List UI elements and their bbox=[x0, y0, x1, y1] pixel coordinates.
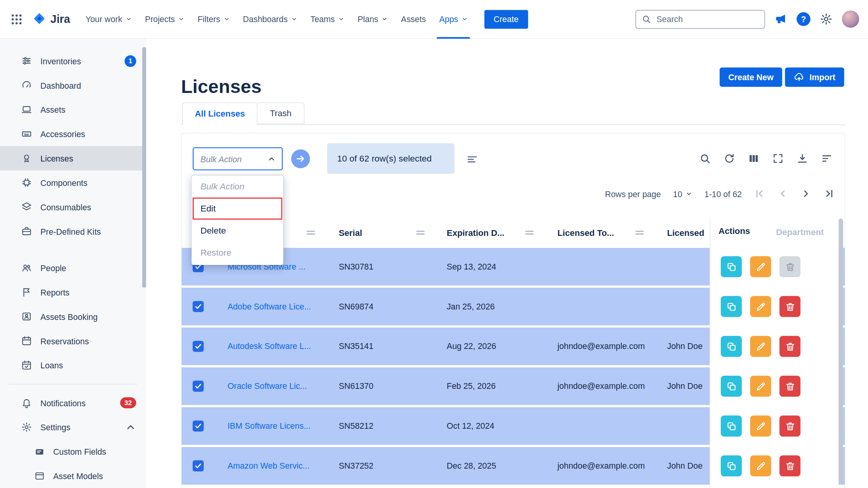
row-checkbox[interactable] bbox=[193, 461, 204, 472]
nav-apps[interactable]: Apps bbox=[432, 0, 474, 38]
copy-button[interactable] bbox=[721, 376, 742, 397]
sidebar: Inventories 1 Dashboard Assets Accessori… bbox=[0, 39, 146, 488]
user-avatar[interactable] bbox=[842, 10, 859, 27]
create-new-button[interactable]: Create New bbox=[720, 67, 782, 87]
edit-button[interactable] bbox=[750, 376, 771, 397]
table-scrollbar-thumb[interactable] bbox=[839, 218, 843, 484]
global-search bbox=[636, 10, 765, 29]
sidebar-item-licenses[interactable]: Licenses bbox=[0, 146, 146, 170]
sidebar-item-reports[interactable]: Reports bbox=[0, 280, 146, 304]
menu-item-edit[interactable]: Edit bbox=[193, 198, 282, 220]
copy-button[interactable] bbox=[721, 455, 742, 476]
edit-button[interactable] bbox=[750, 256, 771, 277]
nav-dashboards[interactable]: Dashboards bbox=[236, 0, 304, 38]
delete-button[interactable] bbox=[779, 416, 800, 436]
page-size-select[interactable]: 10 bbox=[673, 189, 692, 198]
sidebar-item-reservations[interactable]: Reservations bbox=[0, 329, 146, 353]
count-badge: 1 bbox=[124, 55, 136, 67]
create-button[interactable]: Create bbox=[484, 10, 528, 29]
app-window: Jira Your work Projects Filters Dashboar… bbox=[0, 0, 868, 488]
megaphone-icon[interactable] bbox=[775, 13, 787, 26]
sidebar-item-asset-models[interactable]: Asset Models bbox=[0, 464, 146, 488]
licensed-to-cell: johndoe@example.com bbox=[558, 447, 645, 485]
tab-all-licenses[interactable]: All Licenses bbox=[182, 102, 258, 125]
license-name-link[interactable]: Adobe Software Lice... bbox=[227, 288, 311, 325]
gear-icon[interactable] bbox=[820, 13, 833, 26]
row-checkbox[interactable] bbox=[193, 381, 204, 392]
serial-cell: SN58212 bbox=[339, 407, 373, 445]
row-checkbox[interactable] bbox=[193, 301, 204, 312]
bulk-action-select[interactable]: Bulk Action bbox=[193, 147, 283, 170]
edit-button[interactable] bbox=[750, 296, 771, 317]
column-resize-handle[interactable] bbox=[525, 231, 534, 235]
filter-icon[interactable] bbox=[821, 153, 833, 164]
copy-button[interactable] bbox=[721, 296, 742, 317]
license-name-link[interactable]: Autodesk Software L... bbox=[227, 328, 311, 365]
license-name-link[interactable]: Amazon Web Servic... bbox=[227, 447, 310, 485]
edit-button[interactable] bbox=[750, 416, 771, 436]
sidebar-item-inventories[interactable]: Inventories 1 bbox=[0, 49, 146, 73]
help-icon[interactable]: ? bbox=[797, 12, 811, 26]
copy-button[interactable] bbox=[721, 256, 742, 277]
column-resize-handle[interactable] bbox=[416, 231, 424, 235]
sidebar-item-kits[interactable]: Pre-Defined Kits bbox=[0, 219, 146, 244]
sidebar-item-people[interactable]: People bbox=[0, 256, 146, 280]
copy-icon bbox=[726, 461, 737, 471]
prev-page-icon[interactable] bbox=[777, 188, 789, 199]
jira-logo[interactable]: Jira bbox=[32, 12, 70, 26]
edit-button[interactable] bbox=[750, 455, 771, 476]
row-checkbox[interactable] bbox=[193, 341, 204, 352]
menu-item-delete[interactable]: Delete bbox=[191, 220, 283, 242]
edit-button[interactable] bbox=[750, 336, 771, 357]
caret-down-icon bbox=[686, 191, 692, 197]
sidebar-item-dashboard[interactable]: Dashboard bbox=[0, 73, 146, 98]
fullscreen-icon[interactable] bbox=[772, 153, 784, 164]
apply-bulk-action-button[interactable] bbox=[291, 149, 310, 168]
sidebar-item-settings[interactable]: Settings bbox=[0, 415, 146, 439]
sidebar-item-accessories[interactable]: Accessories bbox=[0, 122, 146, 146]
card-icon bbox=[34, 446, 45, 457]
license-name-link[interactable]: Oracle Software Lic... bbox=[227, 368, 307, 405]
sidebar-label: Assets bbox=[40, 105, 65, 114]
nav-projects[interactable]: Projects bbox=[138, 0, 191, 38]
nav-your-work[interactable]: Your work bbox=[79, 0, 138, 38]
column-resize-handle[interactable] bbox=[636, 231, 644, 235]
sidebar-item-consumables[interactable]: Consumables bbox=[0, 195, 146, 219]
column-licensed-to: Licensed To... bbox=[558, 217, 614, 248]
sidebar-item-assets[interactable]: Assets bbox=[0, 97, 146, 122]
sort-lines-icon[interactable] bbox=[466, 153, 478, 165]
pencil-icon bbox=[755, 261, 766, 272]
sidebar-item-loans[interactable]: Loans bbox=[0, 353, 146, 377]
delete-button[interactable] bbox=[779, 455, 800, 476]
search-input[interactable] bbox=[655, 14, 759, 24]
sidebar-item-custom-fields[interactable]: Custom Fields bbox=[0, 439, 146, 464]
copy-button[interactable] bbox=[721, 336, 742, 357]
license-name-link[interactable]: IBM Software Licens... bbox=[227, 407, 310, 445]
search-icon[interactable] bbox=[699, 153, 711, 164]
trash-icon bbox=[785, 261, 795, 272]
row-checkbox[interactable] bbox=[193, 421, 204, 432]
delete-button[interactable] bbox=[779, 376, 800, 397]
refresh-icon[interactable] bbox=[723, 153, 735, 164]
last-page-icon[interactable] bbox=[824, 188, 835, 199]
nav-assets[interactable]: Assets bbox=[394, 0, 433, 38]
delete-button[interactable] bbox=[779, 296, 800, 317]
first-page-icon[interactable] bbox=[754, 188, 765, 199]
download-icon[interactable] bbox=[797, 153, 808, 164]
sidebar-item-notifications[interactable]: Notifications 32 bbox=[0, 391, 146, 415]
nav-filters[interactable]: Filters bbox=[191, 0, 236, 38]
columns-icon[interactable] bbox=[748, 153, 760, 164]
sidebar-scrollbar[interactable] bbox=[142, 47, 146, 287]
import-button[interactable]: Import bbox=[785, 67, 844, 87]
sidebar-item-assets-booking[interactable]: Assets Booking bbox=[0, 304, 146, 329]
nav-teams[interactable]: Teams bbox=[304, 0, 351, 38]
column-resize-handle[interactable] bbox=[307, 231, 315, 235]
copy-button[interactable] bbox=[721, 416, 742, 436]
sidebar-item-components[interactable]: Components bbox=[0, 170, 146, 195]
app-switcher-icon[interactable] bbox=[10, 12, 23, 26]
nav-plans[interactable]: Plans bbox=[351, 0, 394, 38]
sidebar-label: Settings bbox=[40, 423, 70, 432]
tab-trash[interactable]: Trash bbox=[258, 102, 304, 124]
delete-button[interactable] bbox=[779, 336, 800, 357]
next-page-icon[interactable] bbox=[801, 188, 812, 199]
